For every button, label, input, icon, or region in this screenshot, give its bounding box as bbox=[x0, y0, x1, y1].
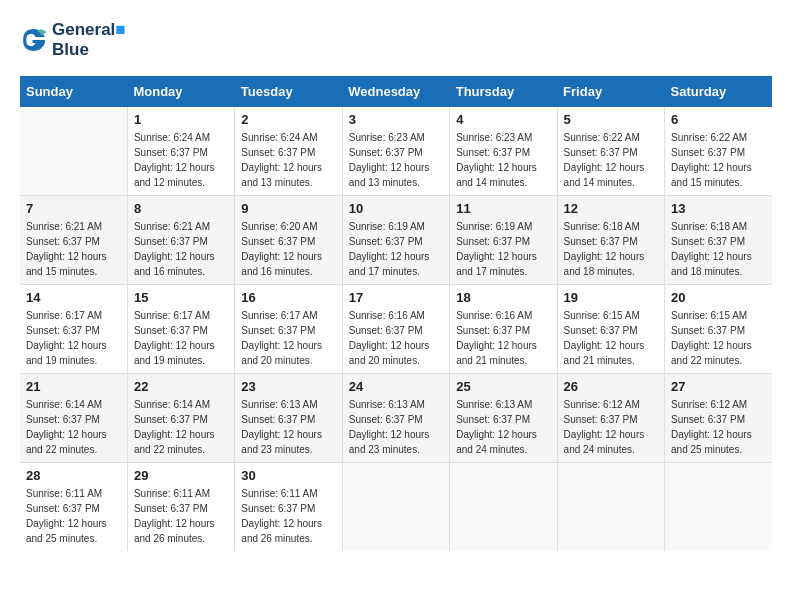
logo-icon bbox=[20, 26, 48, 54]
calendar-cell: 9Sunrise: 6:20 AMSunset: 6:37 PMDaylight… bbox=[235, 196, 342, 285]
day-number: 19 bbox=[564, 290, 658, 305]
calendar-cell bbox=[557, 463, 664, 552]
day-info: Sunrise: 6:17 AMSunset: 6:37 PMDaylight:… bbox=[241, 308, 335, 368]
day-number: 11 bbox=[456, 201, 550, 216]
day-info: Sunrise: 6:11 AMSunset: 6:37 PMDaylight:… bbox=[241, 486, 335, 546]
day-info: Sunrise: 6:20 AMSunset: 6:37 PMDaylight:… bbox=[241, 219, 335, 279]
day-number: 5 bbox=[564, 112, 658, 127]
day-info: Sunrise: 6:23 AMSunset: 6:37 PMDaylight:… bbox=[456, 130, 550, 190]
day-number: 30 bbox=[241, 468, 335, 483]
day-number: 7 bbox=[26, 201, 121, 216]
calendar-cell: 3Sunrise: 6:23 AMSunset: 6:37 PMDaylight… bbox=[342, 107, 449, 196]
day-info: Sunrise: 6:13 AMSunset: 6:37 PMDaylight:… bbox=[456, 397, 550, 457]
day-info: Sunrise: 6:23 AMSunset: 6:37 PMDaylight:… bbox=[349, 130, 443, 190]
day-info: Sunrise: 6:22 AMSunset: 6:37 PMDaylight:… bbox=[564, 130, 658, 190]
week-row-4: 21Sunrise: 6:14 AMSunset: 6:37 PMDayligh… bbox=[20, 374, 772, 463]
calendar-cell bbox=[20, 107, 127, 196]
calendar-cell: 15Sunrise: 6:17 AMSunset: 6:37 PMDayligh… bbox=[127, 285, 234, 374]
calendar-cell: 14Sunrise: 6:17 AMSunset: 6:37 PMDayligh… bbox=[20, 285, 127, 374]
day-number: 23 bbox=[241, 379, 335, 394]
calendar-cell: 12Sunrise: 6:18 AMSunset: 6:37 PMDayligh… bbox=[557, 196, 664, 285]
day-info: Sunrise: 6:15 AMSunset: 6:37 PMDaylight:… bbox=[671, 308, 766, 368]
calendar-cell: 6Sunrise: 6:22 AMSunset: 6:37 PMDaylight… bbox=[665, 107, 772, 196]
calendar-cell: 7Sunrise: 6:21 AMSunset: 6:37 PMDaylight… bbox=[20, 196, 127, 285]
day-info: Sunrise: 6:21 AMSunset: 6:37 PMDaylight:… bbox=[134, 219, 228, 279]
calendar-cell: 19Sunrise: 6:15 AMSunset: 6:37 PMDayligh… bbox=[557, 285, 664, 374]
day-info: Sunrise: 6:17 AMSunset: 6:37 PMDaylight:… bbox=[26, 308, 121, 368]
day-number: 4 bbox=[456, 112, 550, 127]
day-info: Sunrise: 6:14 AMSunset: 6:37 PMDaylight:… bbox=[26, 397, 121, 457]
day-info: Sunrise: 6:16 AMSunset: 6:37 PMDaylight:… bbox=[456, 308, 550, 368]
week-row-2: 7Sunrise: 6:21 AMSunset: 6:37 PMDaylight… bbox=[20, 196, 772, 285]
day-info: Sunrise: 6:18 AMSunset: 6:37 PMDaylight:… bbox=[564, 219, 658, 279]
day-number: 20 bbox=[671, 290, 766, 305]
day-info: Sunrise: 6:12 AMSunset: 6:37 PMDaylight:… bbox=[671, 397, 766, 457]
calendar-cell: 13Sunrise: 6:18 AMSunset: 6:37 PMDayligh… bbox=[665, 196, 772, 285]
day-number: 25 bbox=[456, 379, 550, 394]
day-info: Sunrise: 6:13 AMSunset: 6:37 PMDaylight:… bbox=[241, 397, 335, 457]
day-number: 12 bbox=[564, 201, 658, 216]
day-header-thursday: Thursday bbox=[450, 76, 557, 107]
calendar-table: SundayMondayTuesdayWednesdayThursdayFrid… bbox=[20, 76, 772, 551]
day-info: Sunrise: 6:14 AMSunset: 6:37 PMDaylight:… bbox=[134, 397, 228, 457]
day-info: Sunrise: 6:15 AMSunset: 6:37 PMDaylight:… bbox=[564, 308, 658, 368]
day-number: 8 bbox=[134, 201, 228, 216]
week-row-1: 1Sunrise: 6:24 AMSunset: 6:37 PMDaylight… bbox=[20, 107, 772, 196]
day-header-wednesday: Wednesday bbox=[342, 76, 449, 107]
day-info: Sunrise: 6:19 AMSunset: 6:37 PMDaylight:… bbox=[349, 219, 443, 279]
day-number: 3 bbox=[349, 112, 443, 127]
day-number: 14 bbox=[26, 290, 121, 305]
calendar-cell: 30Sunrise: 6:11 AMSunset: 6:37 PMDayligh… bbox=[235, 463, 342, 552]
day-number: 22 bbox=[134, 379, 228, 394]
day-number: 29 bbox=[134, 468, 228, 483]
calendar-cell bbox=[342, 463, 449, 552]
week-row-3: 14Sunrise: 6:17 AMSunset: 6:37 PMDayligh… bbox=[20, 285, 772, 374]
calendar-header-row: SundayMondayTuesdayWednesdayThursdayFrid… bbox=[20, 76, 772, 107]
day-number: 2 bbox=[241, 112, 335, 127]
day-number: 15 bbox=[134, 290, 228, 305]
day-info: Sunrise: 6:11 AMSunset: 6:37 PMDaylight:… bbox=[26, 486, 121, 546]
calendar-cell: 4Sunrise: 6:23 AMSunset: 6:37 PMDaylight… bbox=[450, 107, 557, 196]
calendar-cell: 29Sunrise: 6:11 AMSunset: 6:37 PMDayligh… bbox=[127, 463, 234, 552]
calendar-cell: 20Sunrise: 6:15 AMSunset: 6:37 PMDayligh… bbox=[665, 285, 772, 374]
day-number: 9 bbox=[241, 201, 335, 216]
day-info: Sunrise: 6:17 AMSunset: 6:37 PMDaylight:… bbox=[134, 308, 228, 368]
calendar-cell: 1Sunrise: 6:24 AMSunset: 6:37 PMDaylight… bbox=[127, 107, 234, 196]
day-number: 28 bbox=[26, 468, 121, 483]
calendar-cell: 11Sunrise: 6:19 AMSunset: 6:37 PMDayligh… bbox=[450, 196, 557, 285]
day-number: 27 bbox=[671, 379, 766, 394]
calendar-cell bbox=[450, 463, 557, 552]
day-info: Sunrise: 6:18 AMSunset: 6:37 PMDaylight:… bbox=[671, 219, 766, 279]
calendar-cell: 21Sunrise: 6:14 AMSunset: 6:37 PMDayligh… bbox=[20, 374, 127, 463]
day-number: 17 bbox=[349, 290, 443, 305]
calendar-cell: 2Sunrise: 6:24 AMSunset: 6:37 PMDaylight… bbox=[235, 107, 342, 196]
calendar-cell: 16Sunrise: 6:17 AMSunset: 6:37 PMDayligh… bbox=[235, 285, 342, 374]
day-info: Sunrise: 6:12 AMSunset: 6:37 PMDaylight:… bbox=[564, 397, 658, 457]
day-header-friday: Friday bbox=[557, 76, 664, 107]
day-number: 13 bbox=[671, 201, 766, 216]
day-info: Sunrise: 6:19 AMSunset: 6:37 PMDaylight:… bbox=[456, 219, 550, 279]
day-number: 16 bbox=[241, 290, 335, 305]
logo-text: General■ Blue bbox=[52, 20, 126, 60]
calendar-cell: 27Sunrise: 6:12 AMSunset: 6:37 PMDayligh… bbox=[665, 374, 772, 463]
calendar-cell: 10Sunrise: 6:19 AMSunset: 6:37 PMDayligh… bbox=[342, 196, 449, 285]
day-number: 10 bbox=[349, 201, 443, 216]
calendar-cell: 5Sunrise: 6:22 AMSunset: 6:37 PMDaylight… bbox=[557, 107, 664, 196]
calendar-cell: 18Sunrise: 6:16 AMSunset: 6:37 PMDayligh… bbox=[450, 285, 557, 374]
day-number: 26 bbox=[564, 379, 658, 394]
day-number: 6 bbox=[671, 112, 766, 127]
calendar-cell bbox=[665, 463, 772, 552]
day-header-tuesday: Tuesday bbox=[235, 76, 342, 107]
day-number: 18 bbox=[456, 290, 550, 305]
day-header-sunday: Sunday bbox=[20, 76, 127, 107]
day-info: Sunrise: 6:13 AMSunset: 6:37 PMDaylight:… bbox=[349, 397, 443, 457]
day-number: 24 bbox=[349, 379, 443, 394]
calendar-cell: 23Sunrise: 6:13 AMSunset: 6:37 PMDayligh… bbox=[235, 374, 342, 463]
day-info: Sunrise: 6:24 AMSunset: 6:37 PMDaylight:… bbox=[241, 130, 335, 190]
calendar-cell: 22Sunrise: 6:14 AMSunset: 6:37 PMDayligh… bbox=[127, 374, 234, 463]
day-info: Sunrise: 6:24 AMSunset: 6:37 PMDaylight:… bbox=[134, 130, 228, 190]
calendar-cell: 8Sunrise: 6:21 AMSunset: 6:37 PMDaylight… bbox=[127, 196, 234, 285]
day-info: Sunrise: 6:11 AMSunset: 6:37 PMDaylight:… bbox=[134, 486, 228, 546]
day-number: 1 bbox=[134, 112, 228, 127]
day-number: 21 bbox=[26, 379, 121, 394]
